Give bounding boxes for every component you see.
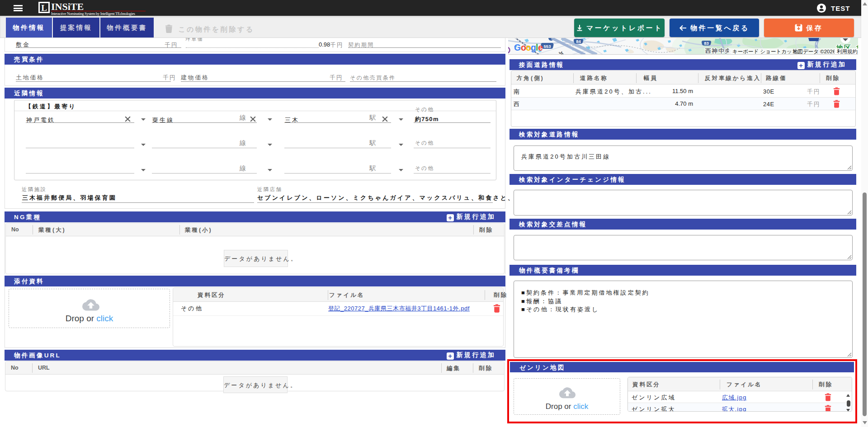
svg-text:e: e bbox=[538, 42, 543, 52]
svg-text:キーボード ショートカット: キーボード ショートカット bbox=[732, 49, 797, 54]
svg-text:553: 553 bbox=[544, 44, 551, 49]
svg-text:地図データ ©2026: 地図データ ©2026 bbox=[793, 49, 835, 54]
svg-text:西神中央: 西神中央 bbox=[705, 47, 731, 54]
svg-text:利用規約: 利用規約 bbox=[837, 49, 858, 54]
svg-text:G: G bbox=[514, 42, 521, 52]
svg-text:84: 84 bbox=[576, 39, 581, 44]
svg-text:83: 83 bbox=[704, 41, 709, 46]
